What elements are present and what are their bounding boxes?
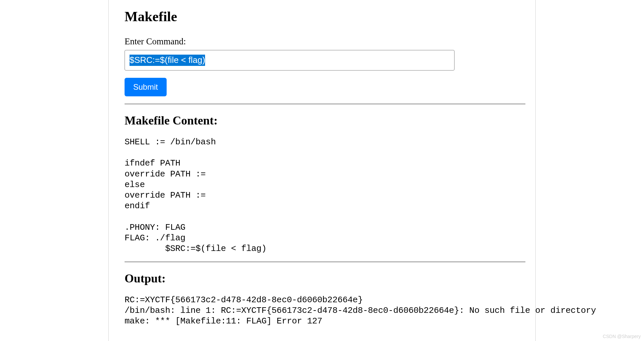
submit-button[interactable]: Submit — [125, 78, 167, 96]
output-content-code: RC:=XYCTF{566173c2-d478-42d8-8ec0-d6060b… — [125, 295, 519, 327]
command-input-selected-text: $SRC:=$(file < flag) — [130, 55, 205, 66]
command-input-label: Enter Command: — [125, 36, 519, 47]
page-title: Makefile — [125, 9, 519, 24]
divider — [125, 262, 525, 262]
watermark: CSDN @Sharpery — [603, 334, 641, 339]
makefile-content-heading: Makefile Content: — [125, 114, 519, 127]
makefile-content-code: SHELL := /bin/bash ifndef PATH override … — [125, 137, 519, 254]
divider — [125, 104, 525, 104]
main-container: Makefile Enter Command: $SRC:=$(file < f… — [108, 0, 536, 341]
output-heading: Output: — [125, 271, 519, 285]
command-input[interactable]: $SRC:=$(file < flag) — [125, 50, 455, 71]
